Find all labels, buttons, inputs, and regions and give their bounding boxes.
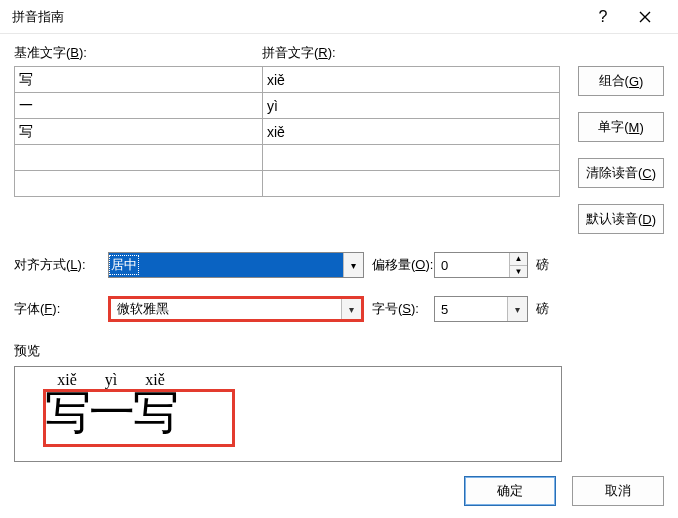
preview-label: 预览 xyxy=(14,342,664,360)
clear-ruby-button[interactable]: 清除读音(C) xyxy=(578,158,664,188)
size-unit: 磅 xyxy=(528,300,549,318)
single-char-button[interactable]: 单字(M) xyxy=(578,112,664,142)
align-combo[interactable]: 居中 ▾ xyxy=(108,252,364,278)
spinner-up-icon[interactable]: ▲ xyxy=(510,253,527,266)
ruby-cell[interactable] xyxy=(263,145,560,171)
ruby-cell[interactable]: xiě xyxy=(263,119,560,145)
cancel-button[interactable]: 取消 xyxy=(572,476,664,506)
base-text-header: 基准文字(B): xyxy=(14,44,262,62)
table-row xyxy=(15,171,560,197)
ruby-cell[interactable]: xiě xyxy=(263,67,560,93)
size-label: 字号(S): xyxy=(364,300,434,318)
title-bar: 拼音指南 ? xyxy=(0,0,678,34)
window-title: 拼音指南 xyxy=(12,8,64,26)
pinyin-table: 写 xiě 一 yì 写 xiě xyxy=(14,66,560,197)
font-combo[interactable]: 微软雅黑 ▾ xyxy=(108,296,364,322)
font-value: 微软雅黑 xyxy=(111,300,169,318)
font-label: 字体(F): xyxy=(14,300,108,318)
base-cell[interactable]: 写 xyxy=(15,119,263,145)
chevron-down-icon: ▾ xyxy=(343,253,363,277)
size-combo[interactable]: 5 ▾ xyxy=(434,296,528,322)
offset-value: 0 xyxy=(435,258,448,273)
ruby-item: yì 一 xyxy=(89,371,133,437)
spinner-down-icon[interactable]: ▼ xyxy=(510,266,527,278)
group-button[interactable]: 组合(G) xyxy=(578,66,664,96)
ruby-cell[interactable]: yì xyxy=(263,93,560,119)
offset-spinner[interactable]: 0 ▲ ▼ xyxy=(434,252,528,278)
ruby-base: 写 xyxy=(133,389,177,437)
base-cell[interactable]: 写 xyxy=(15,67,263,93)
ruby-base: 一 xyxy=(89,389,133,437)
table-row: 写 xiě xyxy=(15,67,560,93)
close-icon xyxy=(639,11,651,23)
table-row xyxy=(15,145,560,171)
offset-label: 偏移量(O): xyxy=(364,256,434,274)
close-button[interactable] xyxy=(624,0,666,34)
ruby-item: xiě 写 xyxy=(45,371,89,437)
size-value: 5 xyxy=(435,302,448,317)
help-button[interactable]: ? xyxy=(582,0,624,34)
base-cell[interactable]: 一 xyxy=(15,93,263,119)
ok-button[interactable]: 确定 xyxy=(464,476,556,506)
ruby-cell[interactable] xyxy=(263,171,560,197)
ruby-base: 写 xyxy=(45,389,89,437)
table-row: 写 xiě xyxy=(15,119,560,145)
align-label: 对齐方式(L): xyxy=(14,256,108,274)
table-row: 一 yì xyxy=(15,93,560,119)
default-ruby-button[interactable]: 默认读音(D) xyxy=(578,204,664,234)
base-cell[interactable] xyxy=(15,171,263,197)
offset-unit: 磅 xyxy=(528,256,549,274)
chevron-down-icon: ▾ xyxy=(507,297,527,321)
preview-box: xiě 写 yì 一 xiě 写 xyxy=(14,366,562,462)
base-cell[interactable] xyxy=(15,145,263,171)
chevron-down-icon: ▾ xyxy=(341,299,361,319)
ruby-text-header: 拼音文字(R): xyxy=(262,44,336,62)
align-value: 居中 xyxy=(109,255,139,275)
ruby-item: xiě 写 xyxy=(133,371,177,437)
